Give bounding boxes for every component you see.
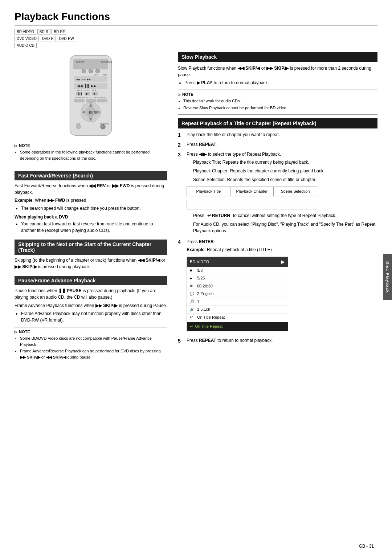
step-1-text: Play back the title or chapter you want … [187, 131, 280, 139]
svg-text:REPEAT: REPEAT [76, 61, 85, 63]
bd-icon-audio: 💬 [190, 291, 195, 297]
note-pause-item-2: Frame Advance/Reverse Playback can be pe… [20, 348, 167, 360]
tab-scene-selection[interactable]: Scene Selection [274, 187, 317, 196]
tag-bd-re: BD-RE [52, 29, 67, 34]
svg-text:FUNCTION: FUNCTION [101, 61, 112, 63]
step-4: 4 Press ENTER. Example: Repeat playback … [178, 238, 377, 335]
svg-text:TITLE LIST: TITLE LIST [84, 97, 93, 99]
tag-row-3: AUDIO CD [15, 43, 377, 48]
step-5: 5 Press REPEAT to return to normal playb… [178, 337, 377, 345]
bd-val-sound: 1 5.1ch [197, 306, 210, 312]
slow-playback-header: Slow Playback [178, 52, 377, 62]
bd-row-audio: 💬 2 English [187, 290, 288, 298]
remote-illustration: REPEAT FUNCTION ◀◀ SKIP ▶▶ REV FWD ◀◀ ▐▐… [54, 54, 127, 137]
page-title: Playback Functions [15, 11, 377, 25]
note-general: NOTE Some operations in the following pl… [15, 141, 167, 161]
step-3-after-2: For Audio CD, you can select "Playing Di… [193, 221, 377, 234]
note-general-list: Some operations in the following playbac… [20, 149, 167, 161]
svg-text:REV: REV [94, 74, 98, 76]
tag-dvd-r: DVD-R [40, 36, 56, 41]
pause-header: Pause/Frame Advance Playback [15, 276, 167, 285]
left-column: REPEAT FUNCTION ◀◀ SKIP ▶▶ REV FWD ◀◀ ▐▐… [15, 52, 167, 364]
bd-icon-sound: 🔊 [190, 307, 195, 312]
slow-playback-bullet: Press ▶ PLAY to return to normal playbac… [184, 79, 377, 86]
tag-audio-cd: AUDIO CD [15, 43, 37, 48]
bd-play-icon: ▶ [281, 258, 285, 266]
svg-text:POP-UP MENU: POP-UP MENU [94, 97, 107, 99]
bd-icon-chapter: ● [190, 275, 195, 281]
bd-info-box: BD-VIDEO ▶ ■ 1/3 ● 5/25 ⊕ [187, 257, 288, 331]
on-title-icon: ↩ [190, 324, 193, 329]
step-3: 3 Press ◀/▶ to select the type of Repeat… [178, 151, 377, 236]
bd-row-time: ⊕ 00:20:30 [187, 282, 288, 290]
pause-bullet-1: Frame Advance Playback may not function … [21, 310, 167, 323]
svg-text:PAUSE: PAUSE [77, 90, 83, 91]
tag-bd-video: BD VIDEO [15, 29, 36, 34]
note-slow: NOTE This doesn't work for audio CDs. Re… [178, 90, 377, 111]
svg-text:■: ■ [94, 92, 95, 95]
step-3-bullet-1: Playback Title: Repeats the title curren… [193, 159, 377, 165]
tag-row-2: DVD VIDEO DVD-R DVD-RW [15, 36, 377, 41]
step-5-num: 5 [178, 337, 184, 345]
note-slow-list: This doesn't work for audio CDs. Reverse… [183, 98, 377, 111]
step-3-text: Press ◀/▶ to select the type of Repeat P… [187, 151, 377, 158]
svg-rect-1 [73, 59, 108, 69]
dvd-subhead: When playing back a DVD [15, 214, 167, 220]
tag-dvd-rw: DVD-RW [57, 36, 76, 41]
svg-point-5 [89, 69, 93, 73]
bd-info-title: BD-VIDEO [190, 259, 209, 265]
divider-2 [178, 114, 377, 115]
svg-text:TOP MENU: TOP MENU [75, 97, 85, 99]
svg-text:↩: ↩ [102, 125, 105, 128]
fast-forward-example: Example: When ▶▶ FWD is pressed [15, 197, 167, 204]
svg-text:◀◀: ◀◀ [76, 78, 80, 81]
svg-text:STOP: STOP [92, 90, 97, 91]
svg-text:▶▶: ▶▶ [91, 84, 97, 88]
tab-playback-title[interactable]: Playback Title [187, 187, 230, 196]
dvd-bullet-1: You cannot fast forward or fast reverse … [21, 221, 167, 234]
bd-icon-title: ■ [190, 267, 195, 273]
svg-text:▶: ▶ [86, 92, 89, 95]
fast-forward-header: Fast Forward/Reverse (Search) [15, 171, 167, 180]
step-3-bullet-3: Scene Selection: Repeats the specified s… [193, 176, 377, 183]
note-general-item: Some operations in the following playbac… [20, 149, 167, 161]
bd-row-chapter: ● 5/25 [187, 274, 288, 282]
bd-val-sub: 1 [197, 299, 199, 305]
bd-icon-repeat: ↩ [190, 314, 195, 320]
step-2-num: 2 [178, 141, 184, 149]
bd-val-title: 1/3 [197, 267, 203, 274]
repeat-steps: 1 Play back the title or chapter you wan… [178, 131, 377, 345]
bd-icon-time: ⊕ [190, 283, 195, 289]
bd-row-repeat: ↩ On Title Repeat [187, 314, 288, 322]
svg-point-4 [82, 69, 86, 73]
step-4-content: Press ENTER. Example: Repeat playback of… [187, 238, 288, 335]
fast-forward-bullets: The search speed will change each time y… [21, 205, 167, 212]
disc-playback-tab: Disc Playback [383, 254, 392, 300]
note-pause-list: Some BD/DVD Video discs are not compatib… [20, 335, 167, 360]
tab-playback-chapter[interactable]: Playback Chapter [230, 187, 274, 196]
svg-point-41 [76, 124, 81, 129]
svg-text:PLAY: PLAY [85, 90, 89, 91]
pause-bullets: Frame Advance Playback may not function … [21, 310, 167, 323]
slow-playback-body: Slow Playback functions when ◀◀ SKIP/◀ o… [178, 65, 377, 78]
step-3-bullets: Playback Title: Repeats the title curren… [193, 159, 377, 183]
svg-text:◀◀: ◀◀ [77, 84, 83, 88]
fast-forward-bullet-1: The search speed will change each time y… [21, 205, 167, 212]
step-4-example: Example: Repeat playback of a title (TIT… [187, 246, 288, 253]
svg-rect-31 [97, 99, 107, 103]
note-pause-item-1: Some BD/DVD Video discs are not compatib… [20, 335, 167, 347]
note-pause-title: NOTE [15, 330, 167, 334]
bd-row-sound: 🔊 1 5.1ch [187, 306, 288, 314]
note-pause: NOTE Some BD/DVD Video discs are not com… [15, 327, 167, 360]
repeat-header: Repeat Playback of a Title or Chapter (R… [178, 118, 377, 128]
bd-row-title-num: ■ 1/3 [187, 267, 288, 275]
skipping-body: Skipping (to the beginning of a chapter … [15, 257, 167, 270]
svg-text:▶▶: ▶▶ [87, 78, 91, 81]
step-3-num: 3 [178, 151, 184, 236]
svg-rect-29 [74, 99, 85, 103]
step-4-text: Press ENTER. [187, 238, 288, 245]
note-slow-item-1: This doesn't work for audio CDs. [183, 98, 377, 104]
svg-text:▐▐: ▐▐ [84, 84, 89, 88]
step-5-text: Press REPEAT to return to normal playbac… [187, 337, 273, 345]
divider-1 [15, 165, 167, 165]
